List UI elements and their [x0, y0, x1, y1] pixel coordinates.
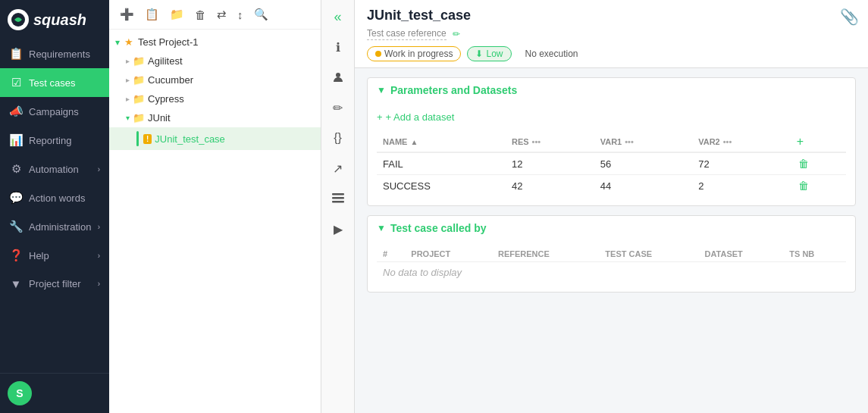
folder-icon: 📁 [133, 74, 145, 86]
sidebar-item-automation[interactable]: ⚙ Automation › [0, 155, 109, 183]
sidebar-item-action-words[interactable]: 💬 Action words [0, 183, 109, 212]
logo-area: squash [0, 0, 109, 39]
campaigns-icon: 📣 [9, 105, 23, 118]
col-menu-icon[interactable]: ••• [625, 137, 634, 146]
delete-button[interactable]: 🗑 [192, 7, 209, 23]
col-menu-icon[interactable]: ••• [532, 137, 541, 146]
sidebar-item-campaigns[interactable]: 📣 Campaigns [0, 97, 109, 126]
share-icon-button[interactable]: ↗ [327, 157, 349, 180]
requirements-icon: 📋 [9, 47, 23, 61]
parameters-panel-title: Parameters and Datasets [390, 84, 517, 96]
cell-delete: 🗑 [791, 175, 846, 197]
cell-var1: 44 [594, 175, 693, 197]
administration-icon: 🔧 [9, 220, 23, 233]
tree-toolbar: ➕ 📋 📁 🗑 ⇄ ↕ 🔍 [109, 0, 321, 30]
col-dataset: DATASET [698, 246, 783, 262]
copy-button[interactable]: 📋 [142, 6, 162, 23]
sort-asc-icon[interactable]: ▲ [410, 138, 418, 146]
user-icon-button[interactable] [327, 66, 349, 89]
action-words-icon: 💬 [9, 191, 23, 205]
chevron-right-icon: › [98, 223, 100, 231]
tree-node-junit[interactable]: ▾ 📁 JUnit [109, 108, 321, 127]
expand-icon: ▸ [126, 57, 130, 65]
expand-icon: ▸ [126, 95, 130, 103]
work-progress-tag[interactable]: Work in progress [367, 46, 461, 61]
sidebar-item-label: Action words [29, 192, 85, 204]
tree-node-test-project-1[interactable]: ▾ ★ Test Project-1 [109, 33, 321, 52]
chevron-right-icon: › [98, 252, 100, 260]
folder-icon: 📁 [133, 112, 145, 124]
progress-label: Work in progress [384, 48, 453, 59]
main-content: JUnit_test_case Test case reference ✏ Wo… [355, 0, 868, 413]
tree-node-cucumber[interactable]: ▸ 📁 Cucumber [109, 70, 321, 89]
collapse-button[interactable]: « [331, 6, 344, 28]
play-icon-button[interactable]: ▶ [327, 217, 349, 240]
paste-button[interactable]: 📁 [167, 6, 187, 23]
parameters-table: NAME ▲ RES ••• [377, 132, 846, 196]
folder-icon: 📁 [133, 93, 145, 105]
tree-node-cypress[interactable]: ▸ 📁 Cypress [109, 89, 321, 108]
delete-row-button[interactable]: 🗑 [797, 180, 810, 192]
search-button[interactable]: 🔍 [251, 6, 271, 23]
parameters-panel-body: + + Add a dataset NAME ▲ [368, 102, 855, 205]
svg-rect-2 [332, 193, 344, 196]
folder-icon: 📁 [133, 55, 145, 67]
col-ts-nb: TS NB [783, 246, 846, 262]
cell-res: 42 [506, 175, 594, 197]
clip-icon[interactable]: 📎 [840, 8, 859, 26]
edit-pencil-icon[interactable]: ✏ [453, 29, 460, 39]
sidebar-item-administration[interactable]: 🔧 Administration › [0, 212, 109, 241]
delete-row-button[interactable]: 🗑 [797, 158, 810, 170]
list-icon-button[interactable] [327, 187, 349, 210]
table-row: FAIL 12 56 72 🗑 [377, 152, 846, 175]
chevron-down-icon: ▼ [377, 85, 386, 95]
col-name: NAME ▲ [377, 132, 506, 152]
col-add: + [791, 132, 846, 152]
sidebar-item-label: Help [29, 250, 49, 261]
sidebar-item-reporting[interactable]: 📊 Reporting [0, 126, 109, 155]
sidebar-item-project-filter[interactable]: ▼ Project filter › [0, 270, 109, 298]
tree-node-junit-test-case[interactable]: ! JUnit_test_case [109, 127, 321, 150]
called-by-panel-header[interactable]: ▼ Test case called by [368, 216, 855, 240]
avatar[interactable]: S [8, 381, 32, 405]
help-icon: ❓ [9, 249, 23, 262]
sidebar-item-help[interactable]: ❓ Help › [0, 241, 109, 270]
col-menu-icon[interactable]: ••• [723, 137, 732, 146]
called-by-panel-body: # PROJECT REFERENCE TEST CASE DATASET TS… [368, 240, 855, 292]
svg-rect-3 [332, 197, 344, 199]
no-data-cell: No data to display [377, 262, 846, 283]
table-header-row: # PROJECT REFERENCE TEST CASE DATASET TS… [377, 246, 846, 262]
sort-button[interactable]: ↕ [234, 7, 246, 23]
edit-icon-button[interactable]: ✏ [327, 96, 349, 119]
sidebar-item-label: Administration [29, 221, 91, 233]
project-filter-icon: ▼ [9, 277, 23, 290]
sidebar-item-requirements[interactable]: 📋 Requirements [0, 39, 109, 68]
automation-icon: ⚙ [9, 162, 23, 176]
col-var2: VAR2 ••• [692, 132, 791, 152]
table-row: SUCCESS 42 44 2 🗑 [377, 175, 846, 197]
chevron-right-icon: › [98, 280, 100, 288]
add-button[interactable]: ➕ [117, 6, 137, 23]
plus-icon: + [377, 111, 383, 123]
called-by-table: # PROJECT REFERENCE TEST CASE DATASET TS… [377, 246, 846, 283]
sidebar-bottom: S [0, 373, 109, 413]
code-icon-button[interactable]: {} [327, 127, 349, 149]
tree-body: ▾ ★ Test Project-1 ▸ 📁 Agilitest ▸ 📁 Cuc… [109, 30, 321, 413]
col-project: PROJECT [405, 246, 492, 262]
cell-delete: 🗑 [791, 152, 846, 175]
test-case-type-icon: ! [143, 134, 152, 144]
breadcrumb: Test case reference ✏ [367, 28, 856, 40]
cell-name: FAIL [377, 152, 506, 175]
move-button[interactable]: ⇄ [214, 6, 230, 23]
tree-node-agilitest[interactable]: ▸ 📁 Agilitest [109, 52, 321, 70]
add-dataset-button[interactable]: + + Add a dataset [377, 108, 454, 126]
test-cases-icon: ☑ [9, 76, 23, 89]
sidebar-item-test-cases[interactable]: ☑ Test cases [0, 68, 109, 97]
info-icon-button[interactable]: ℹ [327, 36, 349, 58]
cell-var2: 72 [692, 152, 791, 175]
cell-res: 12 [506, 152, 594, 175]
parameters-panel-header[interactable]: ▼ Parameters and Datasets [368, 78, 855, 102]
add-column-button[interactable]: + [797, 135, 804, 149]
chevron-down-icon: ▼ [377, 223, 386, 233]
priority-tag[interactable]: ⬇ Low [467, 46, 511, 61]
